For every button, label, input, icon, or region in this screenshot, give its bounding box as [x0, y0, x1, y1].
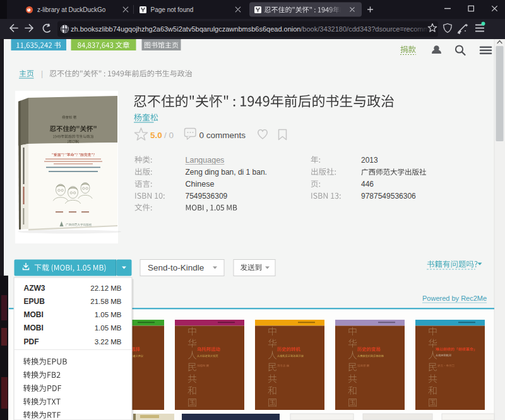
- svg-text:7549536309: 7549536309: [186, 192, 228, 201]
- svg-text:1.05 MB: 1.05 MB: [95, 324, 122, 332]
- svg-text:/ 0: / 0: [164, 131, 174, 140]
- svg-text:9787549536306: 9787549536306: [361, 192, 416, 201]
- svg-text:3.22 MB: 3.22 MB: [95, 338, 122, 346]
- svg-text:Send-to-Kindle: Send-to-Kindle: [148, 263, 204, 272]
- svg-text:PDF: PDF: [24, 337, 39, 346]
- svg-text:Page not found: Page not found: [151, 6, 194, 13]
- svg-text:|: |: [41, 69, 43, 78]
- svg-text:zh.bookszlibb74ugqojhzhg2a63w5: zh.bookszlibb74ugqojhzhg2a63w5i2atv5bqar…: [71, 25, 301, 33]
- svg-text:AZW3: AZW3: [24, 284, 45, 293]
- svg-text:21.58 MB: 21.58 MB: [90, 298, 122, 305]
- svg-text:MOBI: MOBI: [24, 310, 44, 319]
- svg-text:MOBI: MOBI: [24, 324, 44, 332]
- svg-text:Zeng ding ban, di 1 ban.: Zeng ding ban, di 1 ban.: [186, 168, 267, 177]
- svg-text:Powered by Rec2Me: Powered by Rec2Me: [422, 295, 487, 302]
- svg-text:5.0: 5.0: [150, 131, 162, 140]
- svg-text:Languages: Languages: [186, 156, 225, 165]
- svg-text:z-library at DuckDuckGo: z-library at DuckDuckGo: [37, 6, 106, 13]
- svg-text:EPUB: EPUB: [24, 297, 45, 306]
- svg-text:1.05 MB: 1.05 MB: [95, 311, 122, 318]
- svg-text:0 comments: 0 comments: [199, 131, 246, 140]
- svg-text:Chinese: Chinese: [186, 180, 215, 189]
- svg-text:446: 446: [361, 180, 374, 189]
- svg-text:2013: 2013: [361, 156, 378, 165]
- svg-text:22.12 MB: 22.12 MB: [90, 284, 122, 292]
